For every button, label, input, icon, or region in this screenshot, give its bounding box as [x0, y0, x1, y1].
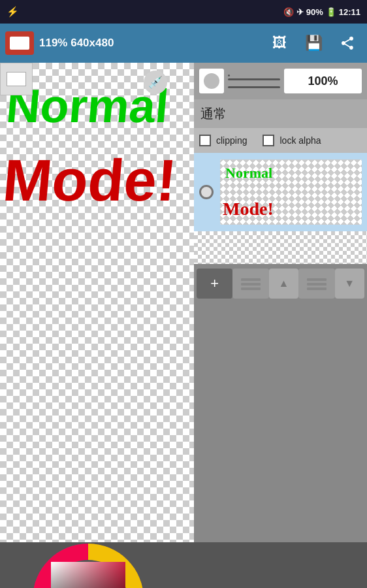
- usb-icon: ⚡: [7, 6, 19, 18]
- layer-menu-button[interactable]: [232, 269, 268, 299]
- blend-mode-row[interactable]: 通常: [194, 99, 367, 128]
- blend-mode-label: 通常: [200, 105, 227, 123]
- svg-rect-0: [241, 278, 261, 281]
- canvas-area[interactable]: 💉 Normal Mode!: [0, 63, 194, 542]
- status-left: ⚡: [7, 6, 19, 18]
- save-button[interactable]: 💾: [299, 29, 328, 57]
- layer-thumb-normal: Normal: [225, 165, 272, 182]
- clipping-checkbox[interactable]: [199, 135, 211, 146]
- canvas-drawing-mode: Mode!: [1, 151, 179, 210]
- app-icon: [5, 31, 34, 55]
- canvas-thumbnail: [0, 63, 33, 95]
- eyedropper-button[interactable]: 💉: [144, 71, 167, 94]
- brush-preview: [199, 69, 224, 93]
- right-panel: 100% 通常 clipping lock alpha Normal Mode!: [194, 63, 367, 542]
- brush-size-circle: [204, 73, 219, 89]
- layer-controls: + ▲ ▼: [194, 264, 367, 303]
- silent-icon: 🔇: [283, 7, 294, 17]
- clipping-row: clipping lock alpha: [194, 128, 367, 153]
- status-right: 🔇 ✈ 90% 🔋 12:11: [283, 7, 360, 17]
- color-wheel-section: OFF ON 🎨 colortheme: [0, 542, 176, 588]
- layer-preview-row: Normal Mode!: [194, 153, 367, 231]
- layer-down-button[interactable]: ▼: [335, 269, 364, 299]
- right-checker-area: [194, 231, 367, 264]
- layer-thumb-mode: Mode!: [223, 199, 274, 220]
- share-button[interactable]: [333, 29, 362, 57]
- opacity-display: 100%: [284, 69, 362, 93]
- color-wheel-container[interactable]: [0, 542, 176, 588]
- lock-alpha-label: lock alpha: [279, 135, 321, 146]
- toolbar-title: 119% 640x480: [39, 37, 260, 50]
- brush-sliders: [228, 74, 280, 88]
- battery-icon: 🔋: [326, 7, 336, 17]
- airplane-icon: ✈: [296, 7, 304, 17]
- svg-rect-1: [241, 283, 261, 286]
- svg-rect-5: [307, 287, 327, 290]
- main-area: 💉 Normal Mode! 100% 通常 clipping: [0, 63, 367, 542]
- color-wheel-svg: [31, 542, 146, 588]
- canvas-background: [0, 63, 194, 542]
- svg-rect-4: [307, 283, 327, 286]
- brush-size-row: 100%: [194, 63, 367, 99]
- layer-up-button[interactable]: ▲: [269, 269, 298, 299]
- status-bar: ⚡ 🔇 ✈ 90% 🔋 12:11: [0, 0, 367, 24]
- layer-radio[interactable]: [199, 185, 214, 199]
- add-layer-button[interactable]: +: [197, 269, 232, 299]
- time: 12:11: [339, 7, 360, 17]
- layer-thumbnail[interactable]: Normal Mode!: [220, 159, 362, 225]
- lock-alpha-checkbox[interactable]: [263, 135, 274, 146]
- battery-percent: 90%: [306, 7, 323, 17]
- gallery-button[interactable]: 🖼: [265, 29, 294, 57]
- svg-rect-2: [241, 287, 261, 290]
- color-area: OFF ON 🎨 colortheme: [0, 542, 367, 588]
- layer-thumb-bg: Normal Mode!: [220, 159, 362, 225]
- app-icon-inner: [10, 37, 29, 50]
- toolbar: 119% 640x480 🖼 💾: [0, 24, 367, 63]
- clipping-label: clipping: [216, 135, 247, 146]
- layer-down-menu[interactable]: [298, 269, 334, 299]
- svg-rect-3: [307, 278, 327, 281]
